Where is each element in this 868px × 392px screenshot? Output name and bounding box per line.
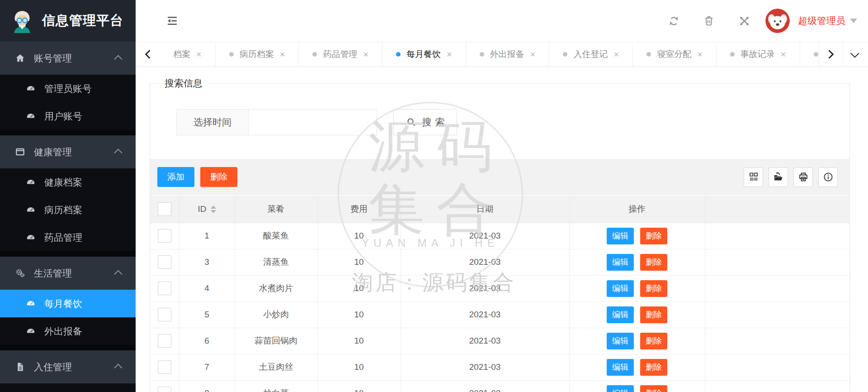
cell-date: 2021-03 [401,223,569,249]
sidebar-item-admin-account[interactable]: 管理员账号 [0,75,136,102]
search-button[interactable]: 搜索 [393,109,457,135]
close-icon[interactable]: × [697,49,703,60]
tab-label: 寝室分配 [657,48,691,60]
file-icon [15,362,26,372]
delete-button[interactable]: 删除 [640,385,667,392]
table-row: 7 土豆肉丝 10 2021-03 编辑删除 [150,354,849,380]
tab-medicine-mgmt[interactable]: 药品管理 × [298,42,382,67]
tabs-scroll-left-button[interactable] [136,42,160,67]
close-icon[interactable]: × [196,49,202,60]
sidebar-item-label: 药品管理 [44,231,82,244]
cell-cost: 10 [317,354,401,380]
tab-medical-records[interactable]: 病历档案 × [215,42,299,67]
edit-button[interactable]: 编辑 [607,385,634,392]
sidebar-item-checkin-mgmt[interactable]: 入住管理 [0,350,136,383]
table-toolbar: 添加 删除 [150,160,849,195]
row-checkbox[interactable] [158,308,171,321]
caret-down-icon[interactable] [850,19,857,23]
edit-button[interactable]: 编辑 [607,280,634,297]
menu-fold-button[interactable] [165,13,180,29]
cell-cost: 10 [317,275,401,301]
sidebar-item-label: 健康管理 [34,146,72,158]
row-checkbox[interactable] [158,255,171,269]
delete-button[interactable]: 删除 [640,254,667,271]
edit-button[interactable]: 编辑 [607,228,634,244]
cell-id: 5 [179,301,235,328]
tab-dot-icon [229,52,234,57]
tab-accident-log[interactable]: 事故记录 × [716,42,800,67]
sidebar-item-health-records[interactable]: 健康档案 [0,168,136,196]
sidebar-item-label: 外出报备 [44,325,82,338]
tab-label: 每月餐饮 [406,48,441,60]
tabs-menu-button[interactable] [843,42,868,67]
delete-button[interactable]: 删除 [640,228,667,244]
tab-outing-report[interactable]: 外出报备 × [466,42,549,67]
info-button[interactable] [818,167,838,187]
tab-files[interactable]: 档案 × [160,42,215,67]
close-icon[interactable]: × [447,49,452,60]
user-avatar[interactable] [765,9,790,33]
sidebar-item-label: 管理员账号 [44,82,92,95]
table-row: 1 酸菜鱼 10 2021-03 编辑删除 [150,223,849,249]
close-icon[interactable]: × [280,49,285,60]
edit-button[interactable]: 编辑 [607,254,634,271]
delete-button[interactable]: 删除 [640,306,667,323]
dashboard-icon [26,111,36,121]
close-icon[interactable]: × [530,49,536,60]
cell-dish: 土豆肉丝 [235,354,317,380]
time-picker-input[interactable] [249,109,377,135]
table-row: 8 炒白菜 10 2021-03 编辑删除 [150,380,849,392]
topbar-actions: 超级管理员 [645,9,857,33]
menu-divider [0,251,136,257]
search-icon [406,117,417,128]
row-checkbox[interactable] [158,387,171,392]
columns-filter-button[interactable] [744,167,763,187]
column-header-date: 日期 [401,196,569,223]
edit-button[interactable]: 编辑 [607,359,634,376]
tab-label: 病历档案 [240,48,274,60]
data-table: ID 菜肴 费用 日期 操作 1 酸菜鱼 10 2021-03 编辑删除 [150,196,849,392]
refresh-button[interactable] [667,14,680,28]
app-logo: 信息管理平台 [0,0,136,42]
close-icon[interactable]: × [781,49,786,60]
tabs-scroll-right-button[interactable] [819,42,843,67]
cell-cost: 10 [317,223,401,249]
gears-icon [15,268,26,278]
sidebar-item-medicine-mgmt[interactable]: 药品管理 [0,224,136,251]
sidebar-item-account-mgmt[interactable]: 账号管理 [0,42,136,75]
printer-icon [798,172,809,182]
sidebar-item-life-mgmt[interactable]: 生活管理 [0,257,136,290]
sidebar-item-outing-report[interactable]: 外出报备 [0,317,136,345]
delete-button[interactable]: 删除 [640,359,667,376]
close-icon[interactable]: × [363,49,368,60]
row-checkbox[interactable] [158,229,171,243]
select-all-checkbox[interactable] [158,202,171,216]
sidebar-item-label: 入住管理 [34,361,72,373]
sidebar-item-user-account[interactable]: 用户账号 [0,102,136,130]
edit-button[interactable]: 编辑 [607,333,634,349]
tab-dorm-assign[interactable]: 寝室分配 × [632,42,716,67]
row-checkbox[interactable] [158,360,171,374]
batch-delete-button[interactable]: 删除 [200,167,237,187]
user-name[interactable]: 超级管理员 [798,14,845,27]
export-icon [773,172,784,182]
close-icon[interactable]: × [613,49,619,60]
edit-button[interactable]: 编辑 [607,306,634,323]
tab-checkin-register[interactable]: 入住登记 × [549,42,632,67]
sidebar-item-medical-records[interactable]: 病历档案 [0,196,136,224]
tab-monthly-meals[interactable]: 每月餐饮 × [382,42,466,67]
add-button[interactable]: 添加 [157,167,194,187]
sidebar-item-health-mgmt[interactable]: 健康管理 [0,135,136,168]
print-button[interactable] [793,167,813,187]
row-checkbox[interactable] [158,334,171,348]
sort-icon[interactable] [211,206,216,213]
sidebar-item-label: 病历档案 [44,204,82,216]
export-button[interactable] [769,167,788,187]
fullscreen-button[interactable] [737,14,751,28]
sidebar-item-monthly-meals[interactable]: 每月餐饮 [0,290,136,317]
delete-button[interactable]: 删除 [640,333,667,349]
row-checkbox[interactable] [158,282,171,295]
tab-clipped[interactable] [800,42,819,67]
clear-cache-button[interactable] [702,14,716,28]
delete-button[interactable]: 删除 [640,280,667,297]
